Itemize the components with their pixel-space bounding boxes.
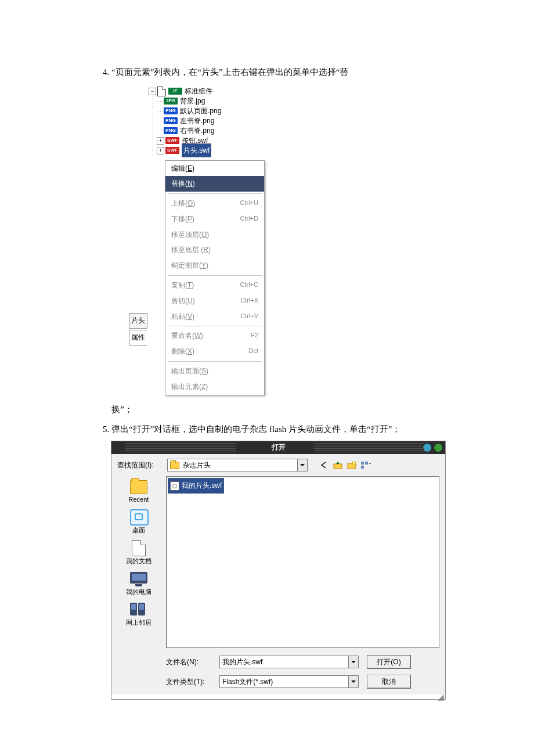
lookin-combo[interactable]: 杂志片头 — [167, 459, 308, 471]
up-icon[interactable] — [332, 460, 344, 470]
svg-rect-3 — [361, 462, 364, 465]
ie-badge: IE — [168, 88, 182, 95]
tree-item-selected[interactable]: 片头.swf — [182, 143, 211, 158]
open-dialog: 打开 查找范围(I): 杂志片头 — [111, 441, 445, 700]
swf-file-icon — [170, 481, 179, 491]
open-dialog-figure: 打开 查找范围(I): 杂志片头 — [111, 441, 453, 700]
tree-context-figure: − IE 标准组件 JPG背景.jpg PNG默认页面.png PNG左书脊.p… — [146, 84, 453, 398]
step-5-text: 弹出“打开”对话框，选中自制的电子杂志 flash 片头动画文件，单击“打开”；… — [111, 421, 453, 699]
resize-grip-icon[interactable]: ◢ — [111, 694, 445, 699]
chevron-down-icon[interactable] — [348, 656, 358, 668]
filename-label: 文件名(N): — [166, 656, 211, 669]
place-recent[interactable]: Recent — [129, 478, 149, 506]
place-computer[interactable]: 我的电脑 — [126, 571, 151, 598]
menu-separator — [168, 326, 262, 326]
open-button[interactable]: 打开(O) — [367, 655, 411, 669]
context-menu-item[interactable]: 复制(T)Ctrl+C — [165, 278, 264, 293]
context-menu-item[interactable]: 输出元素(Z) — [165, 379, 264, 395]
page-icon — [157, 87, 166, 96]
context-menu-item[interactable]: 移至顶层(O) — [165, 227, 264, 243]
help-icon[interactable] — [423, 443, 432, 452]
svg-point-2 — [352, 462, 356, 465]
context-menu-item[interactable]: 移至底层 (R) — [165, 242, 264, 258]
context-menu-item[interactable]: 编辑(E) — [165, 161, 264, 177]
file-list[interactable]: 我的片头.swf — [166, 476, 439, 648]
menu-separator — [168, 275, 262, 276]
filename-input[interactable]: 我的片头.swf — [219, 656, 359, 668]
context-menu-item[interactable]: 剪切(U)Ctrl+X — [165, 293, 264, 309]
menu-separator — [168, 361, 262, 362]
place-network[interactable]: 网上邻居 — [126, 602, 151, 629]
close-icon[interactable] — [434, 443, 443, 452]
context-menu-item[interactable]: 输出页面(S) — [165, 363, 264, 379]
svg-rect-5 — [361, 466, 364, 469]
new-folder-icon[interactable] — [346, 460, 358, 470]
tree-view[interactable]: − IE 标准组件 JPG背景.jpg PNG默认页面.png PNG左书脊.p… — [146, 84, 277, 157]
expand-icon[interactable]: + — [157, 137, 164, 145]
collapse-icon[interactable]: − — [149, 88, 156, 95]
filetype-label: 文件类型(T): — [166, 675, 211, 689]
step-4-text: “页面元素”列表内，在“片头”上击右键在弹出的菜单中选择“替 − IE 标准组件… — [111, 64, 453, 417]
context-menu-item[interactable]: 锁定图层(Y) — [165, 258, 264, 273]
cancel-button[interactable]: 取消 — [367, 675, 411, 689]
context-menu-item[interactable]: 删除(X)Del — [165, 344, 264, 359]
side-tab[interactable]: 片头 — [129, 313, 147, 329]
file-item-selected[interactable]: 我的片头.swf — [168, 478, 224, 494]
expand-icon[interactable]: + — [157, 147, 164, 154]
menu-separator — [168, 193, 262, 194]
dialog-title: 打开 — [272, 441, 286, 454]
folder-icon — [170, 462, 179, 469]
context-menu-item[interactable]: 下移(P)Ctrl+D — [165, 211, 264, 227]
back-icon[interactable] — [318, 460, 330, 470]
context-menu-item[interactable]: 粘贴(V)Ctrl+V — [165, 309, 264, 325]
context-menu-item[interactable]: 重命名(W)F2 — [165, 328, 264, 344]
context-menu[interactable]: 编辑(E)替换(N)上移(O)Ctrl+U下移(P)Ctrl+D移至顶层(O)移… — [165, 160, 265, 395]
svg-rect-0 — [334, 464, 342, 469]
chevron-down-icon[interactable] — [348, 676, 358, 687]
side-tab[interactable]: 属性 — [129, 330, 147, 345]
svg-rect-4 — [365, 462, 368, 465]
context-menu-item[interactable]: 替换(N) — [165, 176, 264, 192]
places-bar: Recent 桌面 我的文档 我的电脑 网上邻居 — [117, 476, 160, 648]
chevron-down-icon[interactable] — [297, 459, 307, 471]
dialog-titlebar[interactable]: 打开 — [111, 441, 445, 454]
place-documents[interactable]: 我的文档 — [126, 540, 151, 567]
views-icon[interactable] — [360, 460, 371, 470]
filetype-combo[interactable]: Flash文件(*.swf) — [219, 675, 359, 688]
lookin-label: 查找范围(I): — [117, 459, 167, 472]
context-menu-item[interactable]: 上移(O)Ctrl+U — [165, 196, 264, 211]
place-desktop[interactable]: 桌面 — [130, 509, 147, 537]
